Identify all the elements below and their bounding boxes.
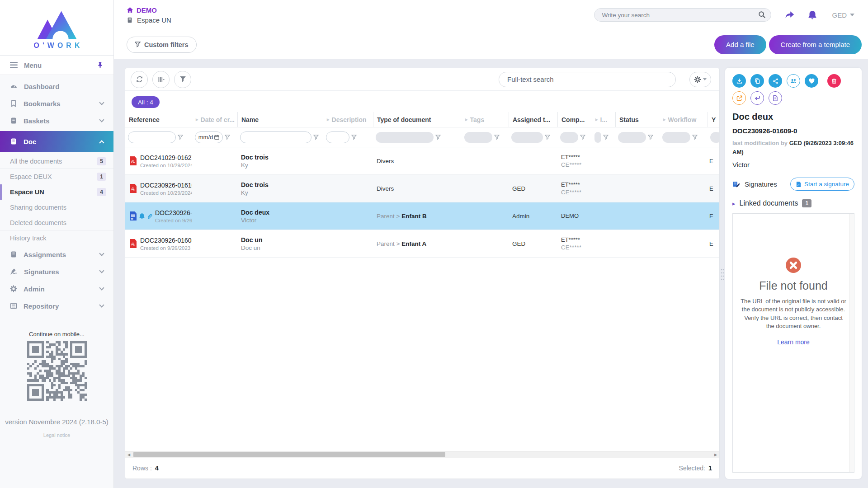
table-settings-button[interactable] xyxy=(689,72,711,87)
table-row-selected[interactable]: w DOC230926-01609-0 Created on 9/26/2023… xyxy=(125,202,719,230)
filter-funnel-icon[interactable] xyxy=(603,135,609,140)
sidebar-item-all-documents[interactable]: All the documents 5 xyxy=(0,154,113,169)
table-empty-space xyxy=(125,258,719,451)
reference-filter-input[interactable] xyxy=(128,131,176,143)
columns-button[interactable] xyxy=(152,71,170,88)
filter-funnel-icon[interactable] xyxy=(435,135,441,140)
sidebar-item-baskets[interactable]: Baskets xyxy=(0,112,113,129)
horizontal-scrollbar[interactable]: ◀ ▶ xyxy=(125,451,719,458)
sidebar-item-dashboard[interactable]: Dashboard xyxy=(0,78,113,95)
sidebar-item-espace-deux[interactable]: Espace DEUX 1 xyxy=(0,169,113,184)
book-icon xyxy=(10,117,17,124)
sidebar-item-assignments[interactable]: Assignments xyxy=(0,246,113,263)
search-icon[interactable] xyxy=(758,11,766,19)
learn-more-link[interactable]: Learn more xyxy=(777,338,810,346)
document-info-button[interactable] xyxy=(769,91,782,105)
refresh-button[interactable] xyxy=(131,71,148,88)
favorite-button[interactable] xyxy=(805,74,818,88)
filter-funnel-icon[interactable] xyxy=(692,135,698,140)
sidebar-item-deleted-documents[interactable]: Deleted documents xyxy=(0,215,113,230)
sidebar-item-bookmarks[interactable]: Bookmarks xyxy=(0,95,113,112)
column-header-name[interactable]: Name xyxy=(237,112,323,127)
type-filter-select[interactable] xyxy=(376,132,434,143)
fulltext-search-input[interactable] xyxy=(499,72,676,87)
filter-funnel-icon[interactable] xyxy=(178,135,183,140)
create-from-template-button[interactable]: Create from a template xyxy=(769,35,862,54)
selected-count-value: 1 xyxy=(708,465,712,472)
custom-filters-button[interactable]: Custom filters xyxy=(127,37,197,53)
column-header-date[interactable]: ▸Date of cr... xyxy=(192,112,237,127)
return-button[interactable] xyxy=(750,91,764,105)
delete-button[interactable] xyxy=(827,74,841,88)
sidebar-item-admin[interactable]: Admin xyxy=(0,280,113,297)
open-external-button[interactable] xyxy=(732,91,746,105)
tags-filter-select[interactable] xyxy=(464,132,492,143)
sidebar-item-espace-un[interactable]: Espace UN 4 xyxy=(0,184,113,200)
pdf-file-icon xyxy=(129,239,137,249)
add-file-button[interactable]: Add a file xyxy=(714,35,766,54)
column-header-tags[interactable]: ▸Tags xyxy=(462,112,509,127)
column-header-type[interactable]: Type of document xyxy=(373,112,462,127)
panel-resize-handle[interactable] xyxy=(720,68,725,479)
column-header-company[interactable]: Comp... xyxy=(557,112,592,127)
filter-funnel-icon[interactable] xyxy=(351,135,357,140)
filter-funnel-icon[interactable] xyxy=(580,135,585,140)
scroll-left-arrow[interactable]: ◀ xyxy=(125,451,132,458)
y-filter-select[interactable] xyxy=(710,132,720,143)
date-filter-input[interactable]: mm/d xyxy=(195,131,223,143)
chevron-down-icon xyxy=(99,117,104,122)
scroll-right-arrow[interactable]: ▶ xyxy=(712,451,719,458)
column-header-reference[interactable]: Reference xyxy=(125,112,192,127)
filter-button[interactable] xyxy=(174,71,191,88)
linked-documents-toggle[interactable]: ▸ Linked documents 1 xyxy=(732,199,854,207)
filter-funnel-icon[interactable] xyxy=(494,135,500,140)
app-logo[interactable]: O'WORK xyxy=(0,0,113,55)
scrollbar-thumb[interactable] xyxy=(133,452,445,457)
table-row[interactable]: DOC230926-01610-3 Created on 10/29/2024 … xyxy=(125,175,719,202)
share-button[interactable] xyxy=(784,10,795,20)
workflow-filter-select[interactable] xyxy=(662,132,690,143)
table-row[interactable]: DOC241029-01627-0 Created on 10/29/2024 … xyxy=(125,147,719,175)
preview-scrollbar[interactable] xyxy=(849,214,854,472)
menu-toggle[interactable]: Menu xyxy=(0,55,113,75)
sidebar-item-sharing-documents[interactable]: Sharing documents xyxy=(0,200,113,215)
column-header-i[interactable]: ▸I... xyxy=(592,112,615,127)
column-header-workflow[interactable]: ▸Workflow xyxy=(660,112,708,127)
filter-funnel-icon[interactable] xyxy=(545,135,550,140)
document-name: Doc trois xyxy=(241,154,323,161)
sidebar-item-repository[interactable]: Repository xyxy=(0,297,113,314)
legal-notice-link[interactable]: Legal notice xyxy=(0,432,113,438)
assign-users-button[interactable] xyxy=(787,74,800,88)
download-button[interactable] xyxy=(732,74,746,88)
column-header-description[interactable]: ▸Description xyxy=(323,112,373,127)
all-documents-chip[interactable]: All : 4 xyxy=(132,96,160,108)
column-header-assigned[interactable]: Assigned t... xyxy=(509,112,557,127)
sidebar-item-signatures[interactable]: Signatures xyxy=(0,263,113,280)
share-button[interactable] xyxy=(769,74,782,88)
breadcrumb-space[interactable]: Espace UN xyxy=(127,16,171,24)
name-filter-input[interactable] xyxy=(240,131,311,143)
sidebar-item-history-track[interactable]: History track xyxy=(0,230,113,246)
pin-icon[interactable] xyxy=(97,61,104,69)
company-filter-select[interactable] xyxy=(560,132,578,143)
sidebar-item-doc[interactable]: Doc xyxy=(0,131,113,152)
company-line1: ET***** xyxy=(561,236,592,243)
assigned-filter-select[interactable] xyxy=(511,132,543,143)
sidebar-item-label: Bookmarks xyxy=(24,100,61,108)
column-header-status[interactable]: Status xyxy=(615,112,660,127)
filter-funnel-icon[interactable] xyxy=(648,135,653,140)
global-search-input[interactable] xyxy=(594,8,771,22)
start-signature-button[interactable]: Start a signature xyxy=(790,178,854,191)
copy-button[interactable] xyxy=(750,74,764,88)
table-row[interactable]: DOC230926-01608-0 Created on 9/26/2023 3… xyxy=(125,230,719,258)
description-filter-input[interactable] xyxy=(326,131,349,143)
document-actions-secondary xyxy=(732,91,854,105)
breadcrumb-home[interactable]: DEMO xyxy=(127,6,171,14)
filter-funnel-icon[interactable] xyxy=(313,135,319,140)
column-header-y[interactable]: Y xyxy=(708,112,720,127)
status-filter-select[interactable] xyxy=(618,132,646,143)
notifications-button[interactable] xyxy=(807,10,817,20)
user-menu[interactable]: GED xyxy=(832,11,854,19)
filter-funnel-icon[interactable] xyxy=(225,135,230,140)
i-filter-select[interactable] xyxy=(594,132,601,143)
